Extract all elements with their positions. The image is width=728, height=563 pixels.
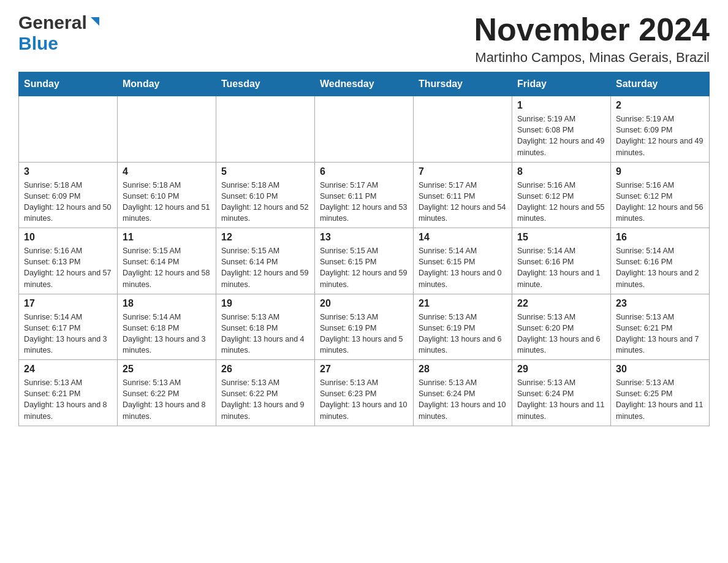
table-row: 3Sunrise: 5:18 AMSunset: 6:09 PMDaylight…	[19, 162, 118, 228]
table-row: 15Sunrise: 5:14 AMSunset: 6:16 PMDayligh…	[512, 228, 611, 294]
table-row: 30Sunrise: 5:13 AMSunset: 6:25 PMDayligh…	[611, 360, 710, 426]
day-info: Sunrise: 5:14 AMSunset: 6:17 PMDaylight:…	[24, 312, 112, 356]
day-info: Sunrise: 5:13 AMSunset: 6:23 PMDaylight:…	[320, 377, 408, 422]
table-row	[216, 96, 315, 163]
day-info: Sunrise: 5:17 AMSunset: 6:11 PMDaylight:…	[320, 180, 408, 224]
day-info: Sunrise: 5:13 AMSunset: 6:19 PMDaylight:…	[419, 312, 507, 356]
day-info: Sunrise: 5:16 AMSunset: 6:12 PMDaylight:…	[616, 180, 704, 224]
day-info: Sunrise: 5:16 AMSunset: 6:13 PMDaylight:…	[24, 245, 112, 290]
day-number: 9	[616, 166, 704, 177]
table-row: 7Sunrise: 5:17 AMSunset: 6:11 PMDaylight…	[414, 162, 512, 228]
day-number: 22	[517, 298, 605, 309]
day-number: 25	[123, 364, 211, 375]
day-info: Sunrise: 5:13 AMSunset: 6:24 PMDaylight:…	[419, 377, 507, 422]
day-number: 10	[24, 232, 112, 243]
day-number: 17	[24, 298, 112, 309]
col-tuesday: Tuesday	[216, 72, 315, 96]
day-number: 2	[616, 100, 704, 111]
col-wednesday: Wednesday	[315, 72, 414, 96]
day-info: Sunrise: 5:15 AMSunset: 6:15 PMDaylight:…	[320, 245, 408, 290]
day-number: 3	[24, 166, 112, 177]
day-number: 19	[221, 298, 309, 309]
col-monday: Monday	[118, 72, 216, 96]
day-info: Sunrise: 5:13 AMSunset: 6:25 PMDaylight:…	[616, 377, 704, 422]
table-row: 26Sunrise: 5:13 AMSunset: 6:22 PMDayligh…	[216, 360, 315, 426]
day-number: 23	[616, 298, 704, 309]
day-number: 5	[221, 166, 309, 177]
day-number: 15	[517, 232, 605, 243]
day-number: 20	[320, 298, 408, 309]
table-row: 12Sunrise: 5:15 AMSunset: 6:14 PMDayligh…	[216, 228, 315, 294]
day-number: 24	[24, 364, 112, 375]
table-row: 16Sunrise: 5:14 AMSunset: 6:16 PMDayligh…	[611, 228, 710, 294]
day-number: 18	[123, 298, 211, 309]
day-number: 28	[419, 364, 507, 375]
table-row: 29Sunrise: 5:13 AMSunset: 6:24 PMDayligh…	[512, 360, 611, 426]
day-number: 16	[616, 232, 704, 243]
month-title: November 2024	[474, 12, 710, 47]
day-info: Sunrise: 5:17 AMSunset: 6:11 PMDaylight:…	[419, 180, 507, 224]
day-number: 11	[123, 232, 211, 243]
day-info: Sunrise: 5:15 AMSunset: 6:14 PMDaylight:…	[221, 245, 309, 290]
day-number: 7	[419, 166, 507, 177]
day-number: 6	[320, 166, 408, 177]
day-number: 21	[419, 298, 507, 309]
title-area: November 2024 Martinho Campos, Minas Ger…	[474, 12, 710, 66]
col-thursday: Thursday	[414, 72, 512, 96]
logo-general-text: General	[18, 12, 87, 33]
table-row: 8Sunrise: 5:16 AMSunset: 6:12 PMDaylight…	[512, 162, 611, 228]
table-row: 21Sunrise: 5:13 AMSunset: 6:19 PMDayligh…	[414, 294, 512, 360]
day-info: Sunrise: 5:13 AMSunset: 6:22 PMDaylight:…	[221, 377, 309, 422]
table-row	[118, 96, 216, 163]
table-row: 2Sunrise: 5:19 AMSunset: 6:09 PMDaylight…	[611, 96, 710, 163]
table-row	[315, 96, 414, 163]
col-saturday: Saturday	[611, 72, 710, 96]
day-info: Sunrise: 5:13 AMSunset: 6:22 PMDaylight:…	[123, 377, 211, 422]
table-row: 10Sunrise: 5:16 AMSunset: 6:13 PMDayligh…	[19, 228, 118, 294]
svg-marker-0	[91, 17, 99, 26]
table-row: 6Sunrise: 5:17 AMSunset: 6:11 PMDaylight…	[315, 162, 414, 228]
day-info: Sunrise: 5:16 AMSunset: 6:12 PMDaylight:…	[517, 180, 605, 224]
day-number: 12	[221, 232, 309, 243]
day-info: Sunrise: 5:13 AMSunset: 6:20 PMDaylight:…	[517, 312, 605, 356]
day-number: 29	[517, 364, 605, 375]
day-info: Sunrise: 5:14 AMSunset: 6:16 PMDaylight:…	[616, 245, 704, 290]
calendar-week-row: 10Sunrise: 5:16 AMSunset: 6:13 PMDayligh…	[19, 228, 710, 294]
table-row	[19, 96, 118, 163]
day-number: 27	[320, 364, 408, 375]
day-number: 30	[616, 364, 704, 375]
calendar-week-row: 1Sunrise: 5:19 AMSunset: 6:08 PMDaylight…	[19, 96, 710, 163]
table-row: 17Sunrise: 5:14 AMSunset: 6:17 PMDayligh…	[19, 294, 118, 360]
day-info: Sunrise: 5:13 AMSunset: 6:18 PMDaylight:…	[221, 312, 309, 356]
col-sunday: Sunday	[19, 72, 118, 96]
table-row: 28Sunrise: 5:13 AMSunset: 6:24 PMDayligh…	[414, 360, 512, 426]
day-info: Sunrise: 5:14 AMSunset: 6:15 PMDaylight:…	[419, 245, 507, 290]
calendar-week-row: 17Sunrise: 5:14 AMSunset: 6:17 PMDayligh…	[19, 294, 710, 360]
table-row: 27Sunrise: 5:13 AMSunset: 6:23 PMDayligh…	[315, 360, 414, 426]
col-friday: Friday	[512, 72, 611, 96]
day-number: 4	[123, 166, 211, 177]
day-info: Sunrise: 5:13 AMSunset: 6:19 PMDaylight:…	[320, 312, 408, 356]
table-row: 1Sunrise: 5:19 AMSunset: 6:08 PMDaylight…	[512, 96, 611, 163]
table-row: 11Sunrise: 5:15 AMSunset: 6:14 PMDayligh…	[118, 228, 216, 294]
day-info: Sunrise: 5:18 AMSunset: 6:10 PMDaylight:…	[123, 180, 211, 224]
day-info: Sunrise: 5:19 AMSunset: 6:08 PMDaylight:…	[517, 113, 605, 158]
day-number: 1	[517, 100, 605, 111]
day-info: Sunrise: 5:13 AMSunset: 6:21 PMDaylight:…	[24, 377, 112, 422]
table-row: 19Sunrise: 5:13 AMSunset: 6:18 PMDayligh…	[216, 294, 315, 360]
calendar-header-row: Sunday Monday Tuesday Wednesday Thursday…	[19, 72, 710, 96]
day-info: Sunrise: 5:15 AMSunset: 6:14 PMDaylight:…	[123, 245, 211, 290]
day-info: Sunrise: 5:14 AMSunset: 6:18 PMDaylight:…	[123, 312, 211, 356]
location-title: Martinho Campos, Minas Gerais, Brazil	[474, 50, 710, 66]
calendar-week-row: 24Sunrise: 5:13 AMSunset: 6:21 PMDayligh…	[19, 360, 710, 426]
table-row: 13Sunrise: 5:15 AMSunset: 6:15 PMDayligh…	[315, 228, 414, 294]
table-row: 23Sunrise: 5:13 AMSunset: 6:21 PMDayligh…	[611, 294, 710, 360]
table-row: 14Sunrise: 5:14 AMSunset: 6:15 PMDayligh…	[414, 228, 512, 294]
day-number: 14	[419, 232, 507, 243]
day-info: Sunrise: 5:13 AMSunset: 6:21 PMDaylight:…	[616, 312, 704, 356]
day-info: Sunrise: 5:18 AMSunset: 6:10 PMDaylight:…	[221, 180, 309, 224]
day-number: 13	[320, 232, 408, 243]
day-info: Sunrise: 5:14 AMSunset: 6:16 PMDaylight:…	[517, 245, 605, 290]
day-info: Sunrise: 5:13 AMSunset: 6:24 PMDaylight:…	[517, 377, 605, 422]
table-row: 18Sunrise: 5:14 AMSunset: 6:18 PMDayligh…	[118, 294, 216, 360]
